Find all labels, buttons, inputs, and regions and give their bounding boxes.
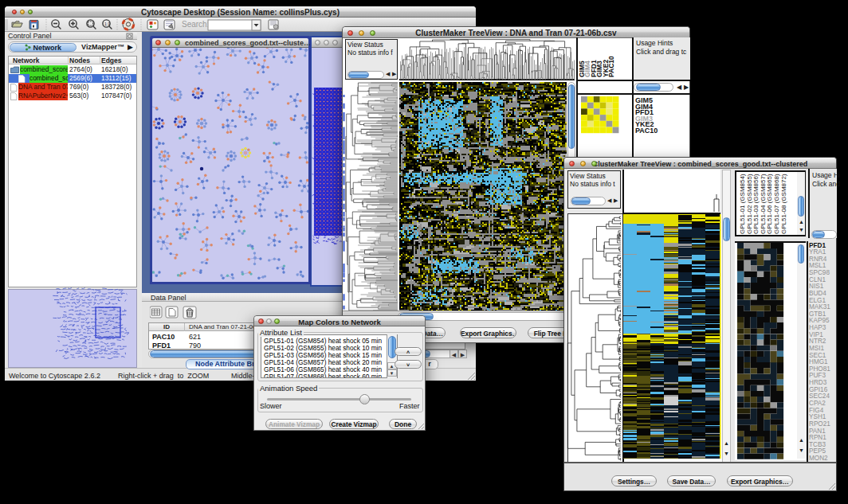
svg-text:Search:: Search: <box>182 20 209 29</box>
svg-text:1:1: 1:1 <box>104 21 110 26</box>
